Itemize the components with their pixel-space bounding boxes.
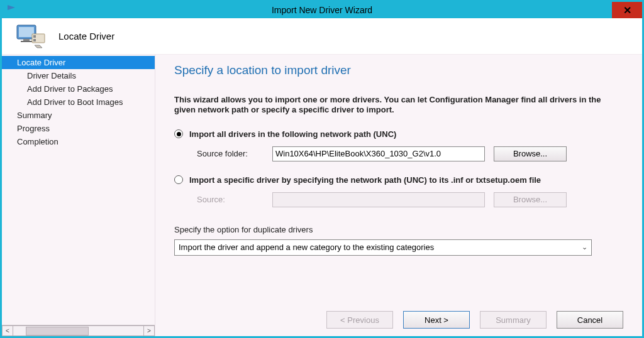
svg-rect-6	[33, 35, 36, 38]
close-icon: ✕	[623, 4, 631, 16]
page-title: Locate Driver	[58, 31, 114, 41]
source-folder-row: Source folder: Browse...	[197, 146, 623, 161]
browse-folder-button[interactable]: Browse...	[494, 146, 567, 161]
svg-rect-3	[23, 39, 30, 41]
radio-dot-icon	[177, 132, 181, 136]
sidebar-item-add-to-boot[interactable]: Add Driver to Boot Images	[2, 95, 155, 109]
radio-import-specific-label: Import a specific driver by specifying t…	[189, 175, 541, 185]
intro-text: This wizard allows you to import one or …	[174, 95, 623, 116]
sidebar-item-progress[interactable]: Progress	[2, 122, 155, 135]
window-title: Import New Driver Wizard	[272, 5, 372, 15]
previous-button: < Previous	[326, 311, 393, 329]
body: Locate Driver Driver Details Add Driver …	[2, 55, 642, 336]
main-heading: Specify a location to import driver	[174, 63, 623, 77]
header: Locate Driver	[2, 18, 642, 55]
dropdown-selected-text: Import the driver and append a new categ…	[179, 243, 582, 252]
source-folder-label: Source folder:	[197, 149, 272, 158]
chevron-down-icon: ⌄	[582, 243, 587, 251]
main-panel: Specify a location to import driver This…	[155, 55, 642, 336]
svg-rect-4	[21, 41, 32, 42]
radio-import-all-label: Import all drivers in the following netw…	[189, 129, 396, 139]
wizard-window: Import New Driver Wizard ✕ Locate Driver…	[0, 0, 644, 338]
source-folder-input[interactable]	[272, 146, 485, 161]
svg-rect-2	[19, 27, 34, 37]
scroll-thumb[interactable]	[26, 327, 89, 335]
sidebar-list: Locate Driver Driver Details Add Driver …	[2, 55, 155, 325]
option-import-specific[interactable]: Import a specific driver by specifying t…	[174, 175, 623, 185]
duplicate-label: Specify the option for duplicate drivers	[174, 225, 623, 234]
radio-import-all[interactable]	[174, 129, 183, 138]
option-import-all[interactable]: Import all drivers in the following netw…	[174, 129, 623, 139]
scroll-track[interactable]	[13, 325, 143, 336]
source-file-label: Source:	[197, 195, 272, 204]
source-file-input	[272, 192, 485, 207]
sidebar-item-locate-driver[interactable]: Locate Driver	[2, 56, 155, 69]
cancel-button[interactable]: Cancel	[557, 311, 623, 329]
sidebar-item-completion[interactable]: Completion	[2, 135, 155, 148]
sidebar-item-driver-details[interactable]: Driver Details	[2, 69, 155, 82]
browse-file-button: Browse...	[494, 192, 567, 207]
sidebar: Locate Driver Driver Details Add Driver …	[2, 55, 155, 336]
titlebar: Import New Driver Wizard ✕	[2, 2, 642, 18]
scroll-left-arrow[interactable]: <	[2, 325, 13, 336]
summary-button: Summary	[480, 311, 547, 329]
sidebar-scrollbar[interactable]: < >	[2, 325, 155, 336]
scroll-right-arrow[interactable]: >	[143, 325, 155, 336]
source-file-row: Source: Browse...	[197, 192, 623, 207]
footer-buttons: < Previous Next > Summary Cancel	[326, 311, 623, 329]
duplicate-dropdown[interactable]: Import the driver and append a new categ…	[174, 239, 592, 256]
svg-rect-7	[33, 39, 36, 41]
next-button[interactable]: Next >	[403, 311, 470, 329]
svg-marker-0	[8, 5, 15, 10]
close-button[interactable]: ✕	[612, 2, 642, 18]
radio-import-specific[interactable]	[174, 175, 183, 184]
sidebar-item-summary[interactable]: Summary	[2, 109, 155, 122]
sidebar-item-add-to-packages[interactable]: Add Driver to Packages	[2, 82, 155, 95]
monitor-icon	[16, 23, 46, 50]
app-icon	[6, 4, 17, 15]
